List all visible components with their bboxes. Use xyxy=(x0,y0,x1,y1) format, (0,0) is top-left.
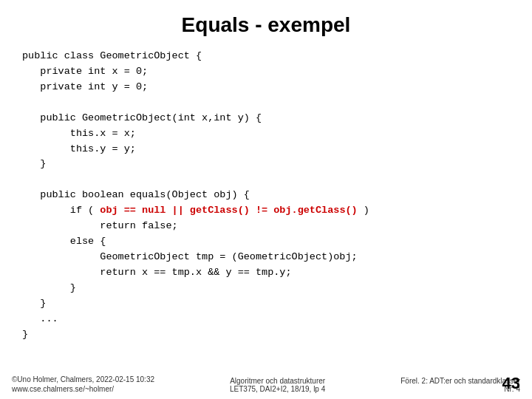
code-line-10: return false; xyxy=(22,220,178,231)
code-line-2: private int x = 0; xyxy=(22,66,148,77)
page-number: 43 xyxy=(502,374,520,393)
footer-url: www.cse.chalmers.se/~holmer/ xyxy=(12,385,154,393)
code-line-11: else { xyxy=(22,236,106,247)
footer-left: ©Uno Holmer, Chalmers, 2022-02-15 10:32 … xyxy=(12,375,154,393)
code-line-8: public boolean equals(Object obj) { xyxy=(22,189,250,200)
code-line-12: GeometricObject tmp = (GeometricObject)o… xyxy=(22,251,358,262)
code-block: public class GeometricObject { private i… xyxy=(0,46,532,343)
code-line-17: } xyxy=(22,329,28,340)
footer-course-code: LET375, DAI2+I2, 18/19, lp 4 xyxy=(230,385,325,393)
code-line-6: this.y = y; xyxy=(22,143,136,154)
code-line-5: this.x = x; xyxy=(22,128,136,139)
page-title: Equals - exempel xyxy=(0,0,532,46)
code-line-3: private int y = 0; xyxy=(22,81,148,92)
code-line-1: public class GeometricObject { xyxy=(22,50,202,61)
code-line-15: } xyxy=(22,298,46,309)
footer-author: ©Uno Holmer, Chalmers, 2022-02-15 10:32 xyxy=(12,375,154,383)
footer-center: Algoritmer och datastrukturer LET375, DA… xyxy=(230,377,325,393)
code-line-14: } xyxy=(22,282,76,293)
code-line-7: } xyxy=(22,158,46,169)
code-line-4: public GeometricObject(int x,int y) { xyxy=(22,112,262,123)
footer-course-name: Algoritmer och datastrukturer xyxy=(230,377,325,385)
footer: ©Uno Holmer, Chalmers, 2022-02-15 10:32 … xyxy=(0,375,532,393)
code-line-16: ... xyxy=(22,313,58,324)
code-line-9: if ( obj == null || getClass() != obj.ge… xyxy=(22,205,369,216)
code-line-13: return x == tmp.x && y == tmp.y; xyxy=(22,267,292,278)
